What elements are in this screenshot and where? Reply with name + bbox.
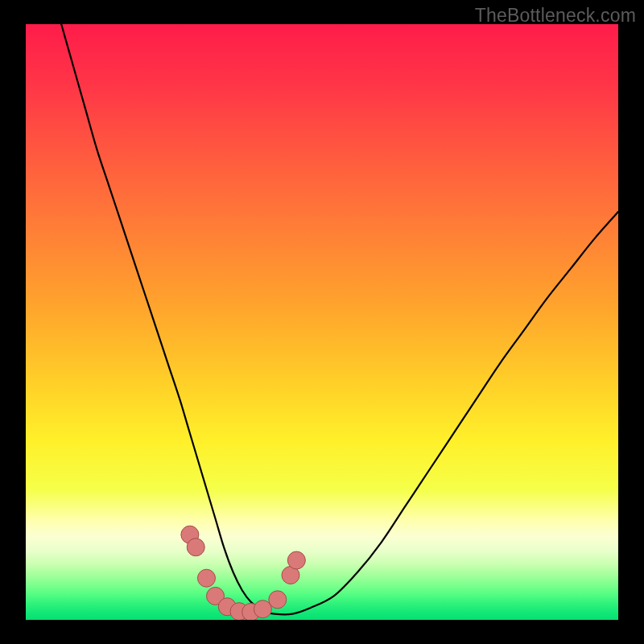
marker-point <box>187 539 204 556</box>
highlighted-points <box>181 526 305 620</box>
chart-frame: TheBottleneck.com <box>0 0 644 644</box>
watermark-text: TheBottleneck.com <box>475 5 636 27</box>
marker-point <box>287 551 305 569</box>
marker-point <box>197 569 215 587</box>
curve-layer <box>26 24 618 620</box>
plot-area <box>26 24 618 620</box>
bottleneck-curve <box>61 24 618 614</box>
marker-point <box>269 591 287 609</box>
